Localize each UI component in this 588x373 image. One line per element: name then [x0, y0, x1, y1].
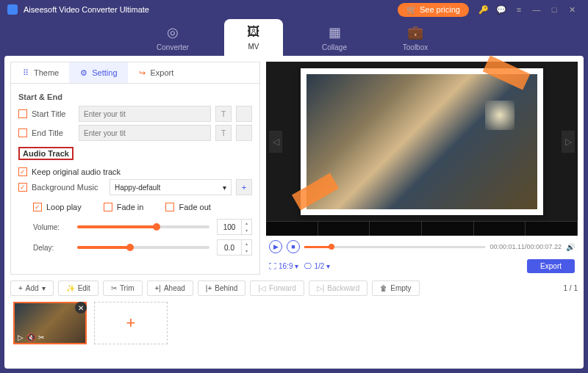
- keep-original-checkbox[interactable]: [18, 167, 27, 176]
- tab-theme-label: Theme: [34, 68, 59, 77]
- monitor-icon: 🖵: [304, 262, 312, 270]
- start-title-text-btn[interactable]: T: [215, 106, 232, 122]
- play-button[interactable]: ▶: [269, 240, 282, 253]
- backward-button[interactable]: ▷|Backward: [309, 280, 368, 296]
- ahead-button[interactable]: +|Ahead: [147, 280, 193, 296]
- keep-original-label: Keep original audio track: [32, 167, 121, 176]
- titlebar: Aiseesoft Video Converter Ultimate 🛒 See…: [0, 0, 588, 19]
- forward-button[interactable]: |◁Forward: [250, 280, 304, 296]
- bg-music-label: Background Music: [32, 183, 105, 192]
- menu-icon[interactable]: ≡: [513, 4, 525, 15]
- delay-value: 0.0: [218, 244, 241, 252]
- end-title-text-btn[interactable]: T: [215, 125, 232, 141]
- volume-slider[interactable]: [77, 225, 209, 228]
- close-icon[interactable]: ✕: [566, 4, 578, 15]
- add-button[interactable]: +Add▾: [10, 280, 54, 296]
- key-icon[interactable]: 🔑: [478, 4, 490, 15]
- converter-icon: ◎: [167, 24, 179, 40]
- time-display: 00:00:01.11/00:00:07.22: [490, 243, 562, 250]
- end-title-extra-btn[interactable]: [236, 125, 252, 141]
- behind-button[interactable]: |+Behind: [198, 280, 246, 296]
- app-logo: [7, 4, 18, 15]
- volume-value-box[interactable]: 100▴▾: [217, 219, 252, 235]
- next-arrow[interactable]: ▷: [562, 131, 575, 153]
- ahead-icon: +|: [155, 284, 161, 292]
- grid-icon: ⠿: [21, 68, 30, 77]
- delay-slider[interactable]: [77, 246, 209, 249]
- export-icon: ↪: [138, 68, 147, 77]
- clip-remove-icon[interactable]: ✕: [75, 302, 87, 314]
- preview-image: [306, 74, 537, 209]
- feedback-icon[interactable]: 💬: [495, 4, 507, 15]
- fade-out-label: Fade out: [179, 203, 210, 211]
- minimize-icon[interactable]: —: [531, 4, 542, 15]
- fade-in-checkbox[interactable]: [104, 203, 112, 211]
- pricing-label: See pricing: [420, 5, 460, 14]
- tab-export[interactable]: ↪ Export: [128, 62, 184, 83]
- ahead-label: Ahead: [164, 284, 185, 292]
- volume-down[interactable]: ▾: [241, 227, 251, 234]
- add-label: Add: [26, 284, 39, 292]
- add-clip-button[interactable]: +: [94, 302, 168, 344]
- nav-toolbox[interactable]: 💼 Toolbox: [386, 19, 445, 56]
- chevron-down-icon: ▾: [42, 284, 46, 292]
- fade-out-checkbox[interactable]: [165, 203, 174, 211]
- backward-label: Backward: [327, 284, 359, 292]
- forward-icon: |◁: [258, 284, 266, 292]
- tab-setting-label: Setting: [92, 68, 117, 77]
- bg-music-select[interactable]: Happy-default ▾: [110, 179, 232, 195]
- nav-converter[interactable]: ◎ Converter: [143, 19, 202, 56]
- end-title-label: End Title: [32, 128, 74, 137]
- progress-bar[interactable]: [304, 246, 485, 248]
- nav-toolbox-label: Toolbox: [403, 43, 428, 51]
- volume-label: Volume:: [33, 223, 70, 231]
- nav-collage-label: Collage: [322, 43, 347, 51]
- start-title-extra-btn[interactable]: [236, 106, 252, 122]
- preview-frame: [301, 68, 543, 215]
- trim-button[interactable]: ✂Trim: [103, 280, 143, 296]
- tab-setting[interactable]: ⚙ Setting: [69, 62, 127, 83]
- delay-label: Delay:: [33, 244, 70, 252]
- empty-button[interactable]: 🗑Empty: [372, 280, 419, 296]
- see-pricing-button[interactable]: 🛒 See pricing: [398, 3, 469, 17]
- aspect-ratio-select[interactable]: ⛶16:9▾: [269, 262, 298, 270]
- edit-button[interactable]: ✨Edit: [58, 280, 98, 296]
- end-title-checkbox[interactable]: [18, 128, 27, 137]
- mv-icon: 🖼: [247, 24, 260, 40]
- page-indicator: 1 / 1: [564, 284, 578, 292]
- delay-value-box[interactable]: 0.0▴▾: [217, 239, 252, 256]
- behind-icon: |+: [206, 284, 212, 292]
- content-area: ⠿ Theme ⚙ Setting ↪ Export Start & End S…: [4, 56, 584, 369]
- export-button[interactable]: Export: [527, 259, 575, 273]
- delay-down[interactable]: ▾: [241, 247, 251, 255]
- preview-panel: ◁ ▷ ▶ ■ 00:00:01.11/00:00:07.22 🔊 ⛶16:9▾…: [266, 62, 578, 275]
- clip-mute-icon[interactable]: 🔇: [26, 333, 35, 341]
- start-title-input[interactable]: [79, 106, 211, 122]
- volume-icon[interactable]: 🔊: [566, 243, 575, 251]
- chevron-down-icon: ▾: [295, 262, 298, 270]
- stop-button[interactable]: ■: [287, 240, 300, 253]
- scissors-icon: ✂: [111, 284, 117, 292]
- maximize-icon[interactable]: □: [548, 4, 560, 15]
- delay-up[interactable]: ▴: [241, 240, 251, 247]
- settings-panel: ⠿ Theme ⚙ Setting ↪ Export Start & End S…: [10, 62, 260, 275]
- tab-theme[interactable]: ⠿ Theme: [11, 62, 69, 83]
- clip-play-icon[interactable]: ▷: [18, 333, 24, 341]
- add-music-button[interactable]: +: [236, 179, 252, 195]
- nav-collage[interactable]: ▦ Collage: [305, 19, 364, 56]
- zoom-value: 1/2: [314, 262, 324, 270]
- end-title-input[interactable]: [79, 125, 211, 141]
- clip-thumbnail[interactable]: ✕ ▷ 🔇 ✂: [13, 302, 87, 344]
- prev-arrow[interactable]: ◁: [269, 131, 282, 153]
- bg-music-checkbox[interactable]: [18, 183, 27, 192]
- top-nav: ◎ Converter 🖼 MV ▦ Collage 💼 Toolbox: [0, 19, 588, 56]
- start-title-checkbox[interactable]: [18, 109, 27, 118]
- edit-label: Edit: [78, 284, 90, 292]
- gear-icon: ⚙: [79, 68, 88, 77]
- wand-icon: ✨: [66, 284, 75, 292]
- volume-up[interactable]: ▴: [241, 220, 251, 227]
- clip-cut-icon[interactable]: ✂: [38, 333, 44, 341]
- zoom-select[interactable]: 🖵1/2▾: [304, 262, 330, 270]
- nav-mv[interactable]: 🖼 MV: [224, 19, 283, 56]
- loop-play-checkbox[interactable]: [33, 203, 42, 211]
